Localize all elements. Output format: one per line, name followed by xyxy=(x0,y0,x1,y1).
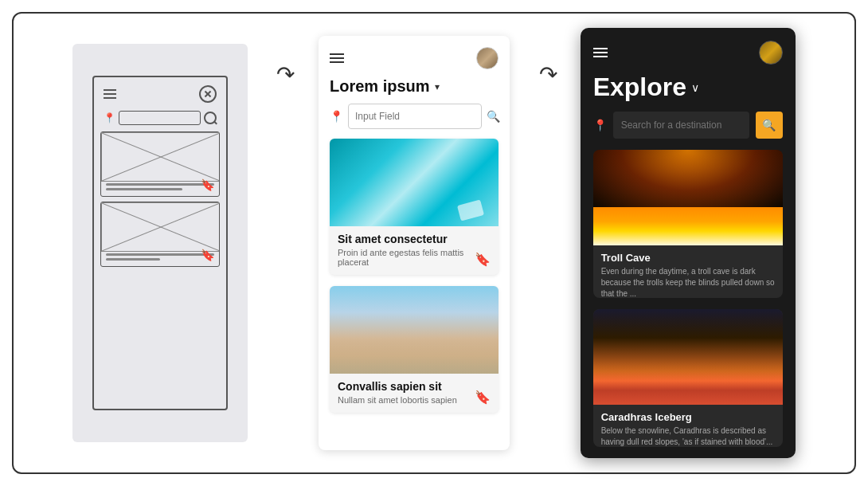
wf-card1-body: Sit amet consectetur Proin id ante egest… xyxy=(330,226,499,275)
main-container: ↷ ↷ 📍 xyxy=(12,12,856,474)
sketch-bookmark-2: 🔖 xyxy=(201,249,214,261)
wf-search-input[interactable] xyxy=(348,104,482,129)
sketch-close-icon xyxy=(199,85,217,103)
wf-card1-image xyxy=(330,139,499,226)
wf-dropdown-chevron[interactable]: ▾ xyxy=(435,81,440,92)
wf-page-title: Lorem ipsum xyxy=(330,77,430,96)
dk-search-input[interactable] xyxy=(613,112,749,139)
wf-card2-title: Convallis sapien sit xyxy=(338,380,491,393)
dk-dropdown-chevron[interactable]: ∨ xyxy=(691,81,699,94)
dk-avatar[interactable] xyxy=(759,41,783,65)
sketch-header xyxy=(100,84,220,104)
dk-pin-icon: 📍 xyxy=(593,119,607,131)
dk-card1-image xyxy=(593,150,783,245)
sketch-bookmark-1: 🔖 xyxy=(201,178,214,191)
dk-card1-title: Troll Cave xyxy=(601,252,775,264)
wf-card-2: Convallis sapien sit Nullam sit amet lob… xyxy=(330,286,499,413)
sketch-desc-line-2 xyxy=(106,258,160,261)
wf-topbar xyxy=(319,36,510,76)
dk-card1-desc: Even during the daytime, a troll cave is… xyxy=(601,266,775,298)
wf-search-button[interactable]: 🔍 xyxy=(487,105,500,127)
dk-card2-title: Caradhras Iceberg xyxy=(601,411,775,423)
arrow-1: ↷ xyxy=(276,61,295,88)
wf-card-1: Sit amet consectetur Proin id ante egest… xyxy=(330,139,499,275)
wf-card2-body: Convallis sapien sit Nullam sit amet lob… xyxy=(330,374,499,413)
wf-card2-desc: Nullam sit amet lobortis sapien xyxy=(338,395,491,405)
wf-search-row: 📍 🔍 xyxy=(319,104,510,139)
dk-card-2: 🔖 Caradhras Iceberg Below the snowline, … xyxy=(593,309,783,447)
arrow-2: ↷ xyxy=(539,61,557,88)
wf-hamburger-icon[interactable] xyxy=(330,53,344,63)
dk-card2-body: Caradhras Iceberg Below the snowline, Ca… xyxy=(593,405,783,447)
wf-title-row: Lorem ipsum ▾ xyxy=(319,76,510,104)
sketch-title-line-2 xyxy=(106,253,214,256)
sketch-inner: 📍 🔖 🔖 xyxy=(92,76,228,410)
sketch-img-area-1 xyxy=(101,132,219,180)
dk-title-row: Explore ∨ xyxy=(581,71,796,112)
sketch-hamburger-icon xyxy=(104,89,116,99)
sketch-input-bar xyxy=(119,111,201,125)
wf-pin-icon: 📍 xyxy=(330,110,343,123)
wf-card1-desc: Proin id ante egestas felis mattis place… xyxy=(338,248,491,267)
dk-hamburger-icon[interactable] xyxy=(593,48,608,57)
dk-card2-desc: Below the snowline, Caradhras is describ… xyxy=(601,425,775,447)
dk-card-1: 🔖 Troll Cave Even during the daytime, a … xyxy=(593,150,783,298)
wf-card2-image xyxy=(330,286,499,374)
sketch-search-icon xyxy=(204,112,217,124)
sketch-card-1: 🔖 xyxy=(100,131,220,197)
dk-card2-image xyxy=(593,309,783,405)
sketch-desc-line-1 xyxy=(106,188,182,190)
wf-card1-bookmark[interactable]: 🔖 xyxy=(475,252,491,267)
sketch-pin-icon: 📍 xyxy=(104,112,115,123)
dk-card1-body: Troll Cave Even during the daytime, a tr… xyxy=(593,245,783,298)
wireframe-panel: Lorem ipsum ▾ 📍 🔍 Sit amet consectetur P… xyxy=(319,36,510,450)
dark-panel: Explore ∨ 📍 🔍 🔖 Troll Cave Even during t… xyxy=(581,28,796,458)
wf-card1-title: Sit amet consectetur xyxy=(338,233,491,245)
dk-topbar xyxy=(581,28,796,71)
dk-search-button[interactable]: 🔍 xyxy=(756,112,783,139)
sketch-img-area-2 xyxy=(101,202,219,250)
sketch-panel: 📍 🔖 🔖 xyxy=(72,44,248,442)
sketch-title-line xyxy=(106,183,214,186)
sketch-card-2: 🔖 xyxy=(100,202,220,267)
dk-page-title: Explore xyxy=(593,73,686,102)
wf-card2-bookmark[interactable]: 🔖 xyxy=(475,390,491,405)
sketch-dropdown-row: 📍 xyxy=(100,109,220,127)
wf-avatar[interactable] xyxy=(476,47,499,69)
dk-search-row: 📍 🔍 xyxy=(581,112,796,150)
